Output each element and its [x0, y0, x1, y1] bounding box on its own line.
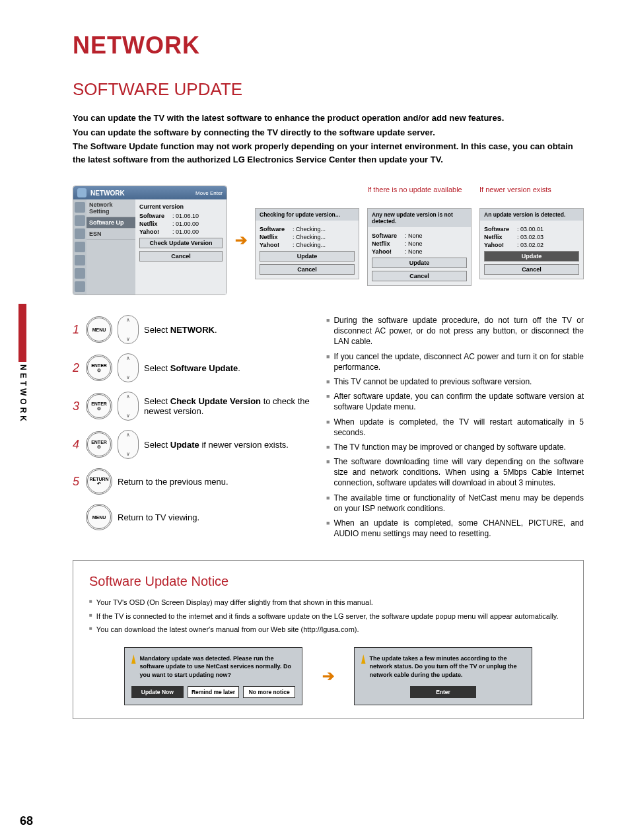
direction-pad-icon: ∧∨ — [118, 315, 139, 344]
direction-pad-icon: ∧∨ — [118, 392, 139, 421]
return-remote-button: RETURN↶ — [86, 468, 112, 495]
enter-remote-button: ENTER⊙ — [86, 393, 112, 419]
intro-block: You can update the TV with the latest so… — [73, 112, 584, 166]
notice-box: Software Update Notice Your TV's OSD (On… — [73, 560, 584, 718]
diagram-row: NETWORK Move Enter Network Setting Softw… — [73, 186, 584, 295]
cancel-button[interactable]: Cancel — [372, 271, 467, 281]
globe-icon — [77, 188, 87, 197]
direction-pad-icon: ∧∨ — [118, 353, 139, 382]
osd-menu-panel: NETWORK Move Enter Network Setting Softw… — [73, 186, 227, 295]
enter-remote-button: ENTER⊙ — [86, 355, 112, 381]
update-button[interactable]: Update — [372, 258, 467, 268]
steps-list: 1 MENU ∧∨ Select NETWORK. 2 ENTER⊙ ∧∨ Se… — [73, 315, 310, 543]
cancel-button[interactable]: Cancel — [484, 264, 579, 275]
cancel-button[interactable]: Cancel — [260, 264, 355, 275]
popup-updating: The update takes a few minutes according… — [354, 647, 532, 705]
remind-later-button[interactable]: Remind me later — [188, 686, 240, 698]
arrow-icon: ➔ — [322, 668, 334, 685]
direction-pad-icon: ∧∨ — [118, 430, 139, 459]
notes-list: During the software update procedure, do… — [326, 315, 584, 543]
notice-title: Software Update Notice — [89, 574, 567, 589]
menu-remote-button: MENU — [86, 504, 112, 530]
state-update-found: An update version is detected. Software:… — [479, 208, 584, 279]
page-number: 68 — [20, 814, 33, 828]
cancel-button[interactable]: Cancel — [139, 251, 223, 262]
menu-icon-strip — [73, 199, 87, 295]
no-more-notice-button[interactable]: No more notice — [243, 686, 295, 698]
warning-icon — [361, 654, 366, 664]
update-now-button[interactable]: Update Now — [131, 686, 184, 698]
state-no-update: Any new update version is not detected. … — [367, 208, 472, 286]
update-button[interactable]: Update — [484, 251, 579, 262]
state-checking: Checking for update version... Software:… — [255, 208, 359, 279]
enter-remote-button: ENTER⊙ — [86, 431, 112, 458]
page-title: NETWORK — [73, 32, 584, 59]
menu-remote-button: MENU — [86, 316, 112, 343]
warning-icon — [131, 654, 136, 664]
update-button[interactable]: Update — [260, 251, 355, 262]
menu-hint: Move Enter — [195, 190, 223, 196]
menu-sidebar: Network Setting Software Up ESN — [87, 199, 135, 295]
section-title: SOFTWARE UPDATE — [73, 79, 584, 100]
menu-main: Current version Software: 01.06.10 Netfl… — [135, 199, 227, 295]
arrow-icon: ➔ — [235, 232, 247, 249]
check-update-button[interactable]: Check Update Version — [139, 238, 223, 248]
menu-title: NETWORK — [90, 190, 125, 197]
popup-mandatory-update: Mandatory update was detected. Please ru… — [124, 647, 302, 705]
enter-button[interactable]: Enter — [410, 686, 476, 698]
